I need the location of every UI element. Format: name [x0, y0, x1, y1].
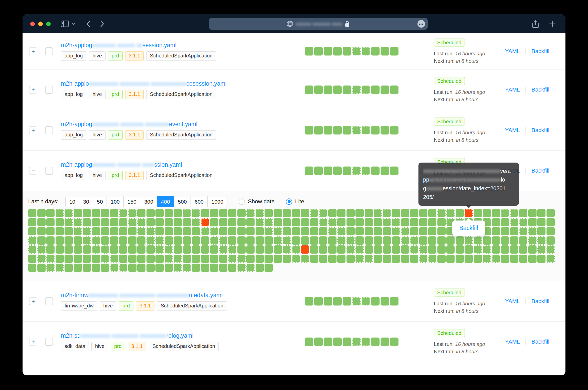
mini-heatmap-cell[interactable] [333, 85, 342, 94]
heatmap-day-cell[interactable] [346, 236, 355, 245]
heatmap-day-cell[interactable] [519, 227, 527, 235]
heatmap-day-cell[interactable] [146, 264, 155, 272]
heatmap-day-cell[interactable] [474, 209, 482, 217]
heatmap-day-cell[interactable] [501, 209, 509, 217]
heatmap-day-cell[interactable] [65, 227, 73, 235]
heatmap-day-cell[interactable] [519, 255, 527, 263]
heatmap-day-cell[interactable] [510, 209, 518, 217]
heatmap-day-cell[interactable] [283, 255, 291, 263]
heatmap-day-cell[interactable] [283, 236, 291, 245]
heatmap-day-cell[interactable] [110, 209, 118, 217]
heatmap-day-cell[interactable] [46, 255, 55, 263]
heatmap-day-cell[interactable] [365, 245, 373, 254]
heatmap-day-cell[interactable] [283, 227, 291, 235]
heatmap-day-cell[interactable] [237, 264, 246, 272]
heatmap-day-cell[interactable] [501, 255, 509, 263]
heatmap-day-cell[interactable] [201, 236, 209, 245]
heatmap-day-cell[interactable] [410, 255, 418, 263]
heatmap-day-cell[interactable] [428, 218, 436, 226]
heatmap-day-cell[interactable] [310, 227, 318, 235]
heatmap-day-cell[interactable] [374, 227, 382, 235]
heatmap-day-cell[interactable] [174, 255, 182, 263]
heatmap-day-cell[interactable] [319, 236, 327, 245]
heatmap-day-cell[interactable] [65, 255, 73, 263]
heatmap-day-cell[interactable] [292, 227, 300, 235]
heatmap-day-cell[interactable] [292, 236, 300, 245]
heatmap-day-cell[interactable] [365, 218, 373, 226]
heatmap-day-cell[interactable] [183, 218, 191, 226]
heatmap-day-cell[interactable] [128, 264, 136, 272]
heatmap-day-cell[interactable] [83, 236, 91, 245]
mini-heatmap-cell[interactable] [381, 297, 389, 305]
expand-row-button[interactable]: − [29, 167, 37, 175]
row-checkbox[interactable] [45, 297, 53, 305]
heatmap-day-cell[interactable] [383, 236, 391, 245]
heatmap-day-cell[interactable] [137, 227, 145, 235]
heatmap-day-cell[interactable] [374, 218, 382, 226]
heatmap-day-cell[interactable] [428, 227, 436, 235]
heatmap-day-cell[interactable] [246, 218, 255, 226]
row-checkbox[interactable] [45, 338, 53, 346]
heatmap-day-cell-missing[interactable] [301, 245, 309, 254]
heatmap-day-cell[interactable] [337, 209, 345, 217]
mini-heatmap-cell[interactable] [314, 85, 323, 94]
mini-heatmap-cell[interactable] [390, 85, 398, 94]
heatmap-day-cell[interactable] [155, 264, 164, 272]
heatmap-day-cell[interactable] [83, 209, 91, 217]
heatmap-day-cell[interactable] [365, 236, 373, 245]
heatmap-day-cell[interactable] [28, 218, 36, 226]
heatmap-day-cell[interactable] [301, 236, 309, 245]
heatmap-day-cell[interactable] [419, 255, 427, 263]
heatmap-day-cell[interactable] [346, 209, 355, 217]
new-tab-button[interactable] [549, 21, 556, 27]
heatmap-day-cell[interactable] [547, 255, 555, 263]
forward-button[interactable] [100, 20, 104, 27]
heatmap-day-cell[interactable] [401, 255, 409, 263]
row-checkbox[interactable] [45, 86, 53, 94]
heatmap-day-cell[interactable] [92, 255, 100, 263]
heatmap-day-cell[interactable] [446, 236, 455, 245]
mini-heatmap-cell[interactable] [371, 126, 380, 134]
mini-heatmap-cell[interactable] [333, 47, 342, 56]
heatmap-day-cell[interactable] [28, 245, 36, 254]
heatmap-day-cell[interactable] [510, 218, 518, 226]
heatmap-day-cell[interactable] [219, 236, 227, 245]
heatmap-day-cell[interactable] [46, 209, 55, 217]
heatmap-day-cell[interactable] [374, 245, 382, 254]
row-checkbox[interactable] [45, 126, 53, 134]
heatmap-day-cell[interactable] [501, 227, 509, 235]
heatmap-day-cell[interactable] [401, 236, 409, 245]
job-name-link[interactable]: m2h-firmwxxxxxxxxxx xxxxxxxxxxxx xxxxxxx… [61, 292, 229, 299]
backfill-link[interactable]: Backfill [531, 127, 549, 134]
heatmap-day-cell[interactable] [392, 236, 400, 245]
heatmap-day-cell[interactable] [492, 245, 500, 254]
heatmap-day-cell[interactable] [174, 227, 182, 235]
heatmap-day-cell[interactable] [283, 245, 291, 254]
heatmap-day-cell[interactable] [528, 209, 537, 217]
heatmap-day-cell[interactable] [210, 264, 218, 272]
heatmap-day-cell[interactable] [456, 209, 464, 217]
heatmap-day-cell[interactable] [192, 264, 200, 272]
heatmap-day-cell[interactable] [210, 218, 218, 226]
heatmap-day-cell[interactable] [547, 227, 555, 235]
heatmap-day-cell[interactable] [201, 245, 209, 254]
heatmap-day-cell[interactable] [274, 245, 282, 254]
heatmap-day-cell[interactable] [28, 209, 36, 217]
yaml-link[interactable]: YAML [505, 338, 520, 345]
heatmap-day-cell[interactable] [528, 255, 537, 263]
heatmap-day-cell[interactable] [474, 236, 482, 245]
heatmap-day-cell[interactable] [446, 209, 455, 217]
heatmap-day-cell[interactable] [146, 255, 155, 263]
yaml-link[interactable]: YAML [505, 127, 520, 134]
heatmap-day-cell[interactable] [392, 218, 400, 226]
mini-heatmap-cell[interactable] [305, 47, 313, 56]
heatmap-day-cell[interactable] [310, 218, 318, 226]
heatmap-day-cell[interactable] [374, 255, 382, 263]
heatmap-day-cell[interactable] [519, 218, 527, 226]
heatmap-day-cell[interactable] [392, 209, 400, 217]
heatmap-day-cell[interactable] [483, 236, 491, 245]
heatmap-day-cell[interactable] [355, 236, 364, 245]
heatmap-day-cell[interactable] [183, 236, 191, 245]
mini-heatmap-cell[interactable] [390, 126, 398, 134]
backfill-link[interactable]: Backfill [531, 298, 549, 305]
